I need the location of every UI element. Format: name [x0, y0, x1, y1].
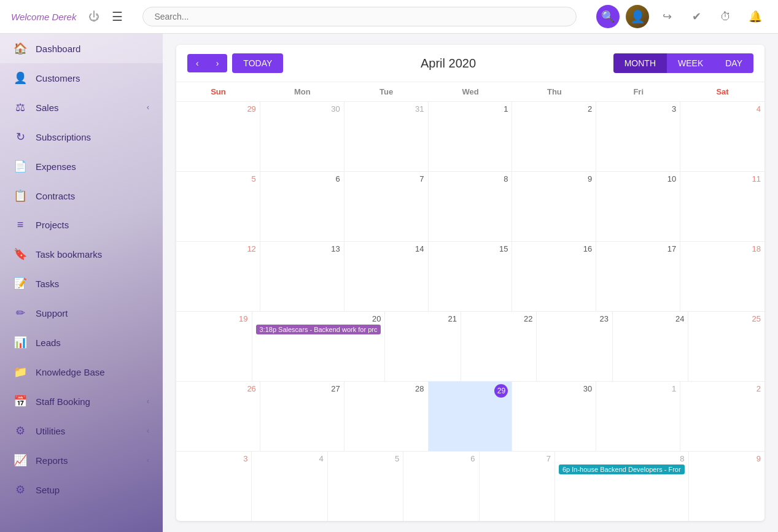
cal-event[interactable]: 6p In-house Backend Developers - Fror	[559, 465, 685, 474]
sidebar-icon-setup: ⚙	[14, 483, 27, 496]
reply-icon-btn[interactable]: ↪	[655, 5, 679, 28]
sidebar-icon-utilities: ⚙	[14, 424, 27, 438]
sidebar-item-contracts[interactable]: 📋 Contracts	[0, 181, 163, 210]
sidebar-arrow-sales: ‹	[147, 103, 149, 112]
sidebar-icon-leads: 📊	[14, 336, 27, 349]
sidebar-icon-reports: 📈	[14, 453, 27, 467]
table-row[interactable]: 29	[176, 102, 260, 171]
power-icon[interactable]: ⏻	[88, 10, 99, 23]
table-row[interactable]: 6	[403, 452, 479, 521]
table-row[interactable]: 3	[596, 102, 680, 171]
sidebar-item-tasks[interactable]: 📝 Tasks	[0, 269, 163, 298]
cal-prev-btn[interactable]: ‹	[187, 54, 208, 72]
cal-cell-num: 6	[407, 454, 475, 463]
cal-cell-num: 11	[684, 174, 761, 183]
table-row[interactable]: 2	[680, 382, 764, 451]
table-row[interactable]: 19	[176, 312, 252, 381]
sidebar-item-knowledge-base[interactable]: 📁 Knowledge Base	[0, 357, 163, 387]
table-row[interactable]: 8	[429, 172, 513, 241]
sidebar-item-support[interactable]: ✏ Support	[0, 298, 163, 328]
table-row[interactable]: 21	[385, 312, 461, 381]
table-row[interactable]: 11	[680, 172, 764, 241]
search-icon-btn[interactable]: 🔍	[596, 5, 620, 28]
cal-day-name-wed: Wed	[429, 82, 513, 101]
table-row[interactable]: 23	[537, 312, 613, 381]
table-row[interactable]: 9	[512, 172, 596, 241]
sidebar-item-customers[interactable]: 👤 Customers	[0, 63, 163, 93]
table-row[interactable]: 18	[680, 242, 764, 311]
sidebar-icon-projects: ≡	[14, 218, 27, 231]
table-row[interactable]: 27	[260, 382, 344, 451]
cal-cell-num: 30	[264, 104, 340, 114]
sidebar-item-staff-booking[interactable]: 📅 Staff Booking ‹	[0, 387, 163, 416]
table-row[interactable]: 12	[176, 242, 260, 311]
table-row[interactable]: 203:18p Salescars - Backend work for prc	[252, 312, 386, 381]
clock-icon-btn[interactable]: ⏱	[714, 5, 737, 28]
cal-next-btn[interactable]: ›	[208, 54, 228, 72]
table-row[interactable]: 22	[461, 312, 537, 381]
cal-event[interactable]: 3:18p Salescars - Backend work for prc	[256, 325, 381, 334]
sidebar-icon-subscriptions: ↻	[14, 130, 27, 144]
sidebar-label-tasks: Tasks	[36, 279, 59, 289]
check-icon-btn[interactable]: ✔	[685, 5, 708, 28]
sidebar-item-subscriptions[interactable]: ↻ Subscriptions	[0, 122, 163, 152]
table-row[interactable]: 2	[512, 102, 596, 171]
table-row[interactable]: 13	[260, 242, 344, 311]
table-row[interactable]: 10	[596, 172, 680, 241]
table-row[interactable]: 5	[328, 452, 403, 521]
avatar[interactable]: 👤	[626, 5, 649, 28]
sidebar-label-projects: Projects	[36, 220, 69, 230]
sidebar-label-customers: Customers	[36, 73, 80, 83]
table-row[interactable]: 4	[680, 102, 764, 171]
sidebar-label-support: Support	[36, 308, 68, 318]
cal-week-5: 3456786p In-house Backend Developers - F…	[176, 452, 764, 521]
main-content: ‹ › TODAY April 2020 MONTH WEEK DAY SunM…	[163, 34, 778, 532]
table-row[interactable]: 4	[252, 452, 327, 521]
cal-cell-num: 30	[516, 384, 592, 393]
table-row[interactable]: 9	[689, 452, 764, 521]
sidebar-item-dashboard[interactable]: 🏠 Dashboard	[0, 34, 163, 63]
cal-month-btn[interactable]: MONTH	[613, 53, 667, 73]
bell-icon-btn[interactable]: 🔔	[744, 5, 767, 28]
table-row[interactable]: 15	[429, 242, 513, 311]
sidebar-item-setup[interactable]: ⚙ Setup	[0, 475, 163, 504]
cal-cell-num: 29	[494, 384, 508, 398]
sidebar-item-utilities[interactable]: ⚙ Utilities ‹	[0, 416, 163, 445]
table-row[interactable]: 30	[260, 102, 344, 171]
sidebar-label-contracts: Contracts	[36, 191, 75, 201]
cal-today-btn[interactable]: TODAY	[232, 53, 283, 73]
sidebar-item-expenses[interactable]: 📄 Expenses	[0, 152, 163, 181]
table-row[interactable]: 14	[344, 242, 429, 311]
table-row[interactable]: 29	[429, 382, 513, 451]
table-row[interactable]: 7	[344, 172, 429, 241]
avatar-image: 👤	[626, 5, 649, 28]
table-row[interactable]: 17	[596, 242, 680, 311]
table-row[interactable]: 3	[176, 452, 252, 521]
cal-day-btn[interactable]: DAY	[714, 53, 753, 73]
table-row[interactable]: 30	[512, 382, 596, 451]
table-row[interactable]: 28	[344, 382, 429, 451]
table-row[interactable]: 86p In-house Backend Developers - Fror	[555, 452, 689, 521]
table-row[interactable]: 1	[596, 382, 680, 451]
table-row[interactable]: 24	[613, 312, 689, 381]
table-row[interactable]: 16	[512, 242, 596, 311]
table-row[interactable]: 1	[429, 102, 513, 171]
sidebar-item-reports[interactable]: 📈 Reports ‹	[0, 445, 163, 475]
table-row[interactable]: 26	[176, 382, 260, 451]
table-row[interactable]: 25	[688, 312, 764, 381]
sidebar-item-projects[interactable]: ≡ Projects	[0, 210, 163, 239]
table-row[interactable]: 31	[344, 102, 429, 171]
cal-cell-num: 29	[180, 104, 256, 114]
cal-day-name-mon: Mon	[260, 82, 344, 101]
sidebar-icon-staff-booking: 📅	[14, 395, 27, 408]
search-input[interactable]	[142, 7, 577, 26]
table-row[interactable]: 6	[260, 172, 344, 241]
cal-week-btn[interactable]: WEEK	[667, 53, 714, 73]
sidebar-item-sales[interactable]: ⚖ Sales ‹	[0, 93, 163, 122]
menu-icon[interactable]: ☰	[112, 9, 123, 24]
table-row[interactable]: 7	[480, 452, 555, 521]
table-row[interactable]: 5	[176, 172, 260, 241]
sidebar-item-task-bookmarks[interactable]: 🔖 Task bookmarks	[0, 239, 163, 269]
sidebar-item-leads[interactable]: 📊 Leads	[0, 328, 163, 357]
cal-cell-num: 16	[516, 244, 592, 253]
